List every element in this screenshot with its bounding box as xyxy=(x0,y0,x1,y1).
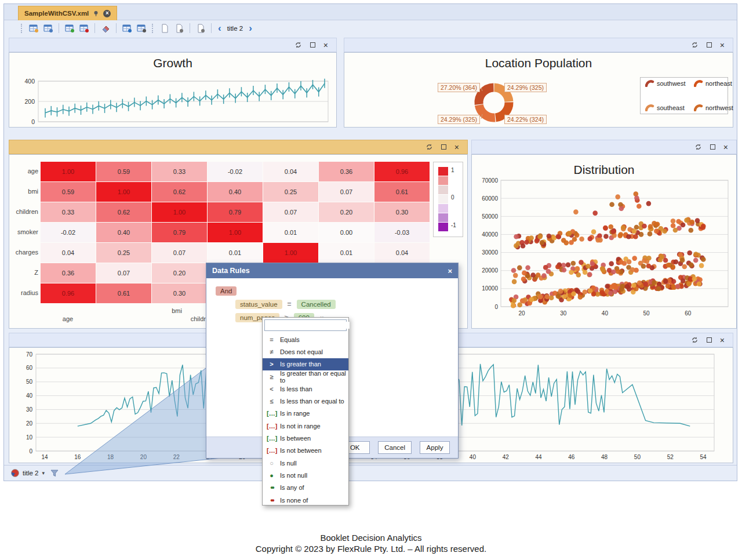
operator-item-in-range[interactable]: […]Is in range xyxy=(263,408,348,420)
operator-item-label: Is greater than or equal to xyxy=(280,370,348,384)
distribution-panel-header: × xyxy=(471,140,737,154)
refresh-icon[interactable] xyxy=(294,41,302,49)
operator-item-label: Is not between xyxy=(280,447,322,454)
operator-item-less[interactable]: <Is less than xyxy=(263,383,348,395)
svg-text:40000: 40000 xyxy=(482,231,498,238)
dialog-close-icon[interactable]: × xyxy=(448,267,452,275)
operator-item-less-eq[interactable]: ≤Is less than or equal to xyxy=(263,395,348,407)
eraser-icon[interactable] xyxy=(100,23,111,34)
operator-item-label: Is between xyxy=(280,435,311,442)
heatmap-cell: 0.07 xyxy=(96,263,151,283)
filter-icon[interactable] xyxy=(50,470,59,477)
pie-view-icon[interactable] xyxy=(11,469,19,477)
operator-item-not-between[interactable]: […]Is not between xyxy=(263,445,348,457)
view-name-label[interactable]: title 2 xyxy=(23,470,39,477)
greater-eq-icon: ≥ xyxy=(267,373,277,380)
growth-panel: Growth 0200400 xyxy=(9,52,337,128)
operator-item-between[interactable]: […]Is between xyxy=(263,432,348,444)
legend-tick: -1 xyxy=(451,222,456,228)
greater-icon: > xyxy=(267,361,277,368)
pin-icon[interactable] xyxy=(93,10,99,17)
refresh-icon[interactable] xyxy=(694,143,702,151)
distribution-panel: Distribution 010000200003000040000500006… xyxy=(471,154,737,329)
heatmap-cell: 0.59 xyxy=(41,182,96,202)
legend-item-northeast[interactable]: northeast xyxy=(694,80,733,87)
legend-item-southeast[interactable]: southeast xyxy=(645,104,694,111)
logic-chip[interactable]: And xyxy=(216,286,237,296)
donut-label-bottom-right: 24.22% (324) xyxy=(504,115,547,124)
apply-button[interactable]: Apply xyxy=(420,441,450,454)
table-delete-icon[interactable] xyxy=(78,23,90,34)
close-icon[interactable]: × xyxy=(723,144,728,151)
file-clock-icon[interactable] xyxy=(173,23,185,34)
operator-item-label: Is any of xyxy=(280,484,304,491)
legend-swatch xyxy=(438,213,448,222)
table-columns-icon[interactable] xyxy=(42,23,54,34)
maximize-icon[interactable] xyxy=(441,144,446,150)
export-box-icon[interactable] xyxy=(121,23,133,34)
svg-text:14: 14 xyxy=(41,454,48,460)
tab-close-icon[interactable]: × xyxy=(103,10,111,17)
dialog-title-bar[interactable]: Data Rules × xyxy=(206,263,458,278)
operator-item-not-null[interactable]: ●Is not null xyxy=(263,469,348,481)
maximize-icon[interactable] xyxy=(310,42,315,48)
maximize-icon[interactable] xyxy=(710,144,715,150)
operator-item-is-null[interactable]: ○Is null xyxy=(263,457,348,469)
close-icon[interactable]: × xyxy=(454,144,459,151)
svg-text:50000: 50000 xyxy=(482,213,498,220)
toolbar-separator xyxy=(116,23,117,33)
close-icon[interactable]: × xyxy=(720,42,725,49)
rule-value-chip[interactable]: Cancelled xyxy=(297,300,336,309)
refresh-icon[interactable] xyxy=(425,143,433,151)
prev-page-button[interactable]: ‹ xyxy=(216,23,223,33)
donut-label-top-left: 27.20% (364) xyxy=(438,83,480,92)
svg-text:10: 10 xyxy=(26,434,33,441)
operator-item-not-equal[interactable]: ≠Does not equal xyxy=(263,346,348,358)
legend-item-southwest[interactable]: southwest xyxy=(645,80,694,87)
cancel-button[interactable]: Cancel xyxy=(378,441,412,454)
svg-text:18: 18 xyxy=(107,454,114,460)
maximize-icon[interactable] xyxy=(707,337,712,343)
rule-field-chip[interactable]: status_value xyxy=(235,300,282,309)
is-null-icon: ○ xyxy=(267,460,277,467)
close-icon[interactable]: × xyxy=(720,337,725,344)
table-save-icon[interactable] xyxy=(28,23,39,34)
operator-item-label: Is none of xyxy=(280,497,308,504)
table-lock-icon[interactable] xyxy=(136,23,147,34)
file-settings-icon[interactable] xyxy=(195,23,206,34)
page: SampleWithCSV.xml × ‹title 2› × Growth 0… xyxy=(0,0,742,560)
toolbar-separator xyxy=(94,23,95,33)
refresh-icon[interactable] xyxy=(691,336,699,344)
view-dropdown-caret-icon[interactable]: ▾ xyxy=(42,470,45,476)
refresh-icon[interactable] xyxy=(691,41,699,49)
operator-item-greater-eq[interactable]: ≥Is greater than or equal to xyxy=(263,370,348,383)
next-page-button[interactable]: › xyxy=(247,23,254,33)
svg-text:40: 40 xyxy=(602,310,609,317)
footer-line2: Copyright © 2023 by FlexRule Pty. Ltd. –… xyxy=(0,543,742,554)
operator-search-input[interactable] xyxy=(267,322,350,329)
heatmap-cell: 0.59 xyxy=(96,162,151,181)
document-tab[interactable]: SampleWithCSV.xml × xyxy=(18,6,117,20)
svg-text:42: 42 xyxy=(503,454,510,460)
operator-item-label: Is less than or equal to xyxy=(280,398,344,405)
rule-operator[interactable]: = xyxy=(286,300,293,308)
between-icon: […] xyxy=(267,435,277,442)
heatmap-row-label: age xyxy=(9,168,38,174)
in-range-icon: […] xyxy=(267,410,277,417)
maximize-icon[interactable] xyxy=(707,42,712,48)
svg-text:20: 20 xyxy=(140,454,147,460)
dialog-title: Data Rules xyxy=(212,267,250,275)
location-panel-header: × xyxy=(344,38,733,52)
new-file-icon[interactable] xyxy=(159,23,170,34)
operator-item-equals[interactable]: =Equals xyxy=(263,333,348,346)
operator-search-box[interactable] xyxy=(264,319,347,331)
operator-item-label: Is not null xyxy=(280,472,307,479)
close-icon[interactable]: × xyxy=(323,42,328,49)
operator-item-any-of[interactable]: ●●Is any of xyxy=(263,482,348,494)
table-add-icon[interactable] xyxy=(64,23,75,34)
toolbar-separator xyxy=(59,23,59,33)
legend-item-northwest[interactable]: northwest xyxy=(694,104,733,111)
operator-item-not-in-range[interactable]: […]Is not in range xyxy=(263,420,348,432)
operator-item-none-of[interactable]: ●●Is none of xyxy=(263,494,348,506)
operator-item-greater[interactable]: >Is greater than xyxy=(263,358,348,370)
